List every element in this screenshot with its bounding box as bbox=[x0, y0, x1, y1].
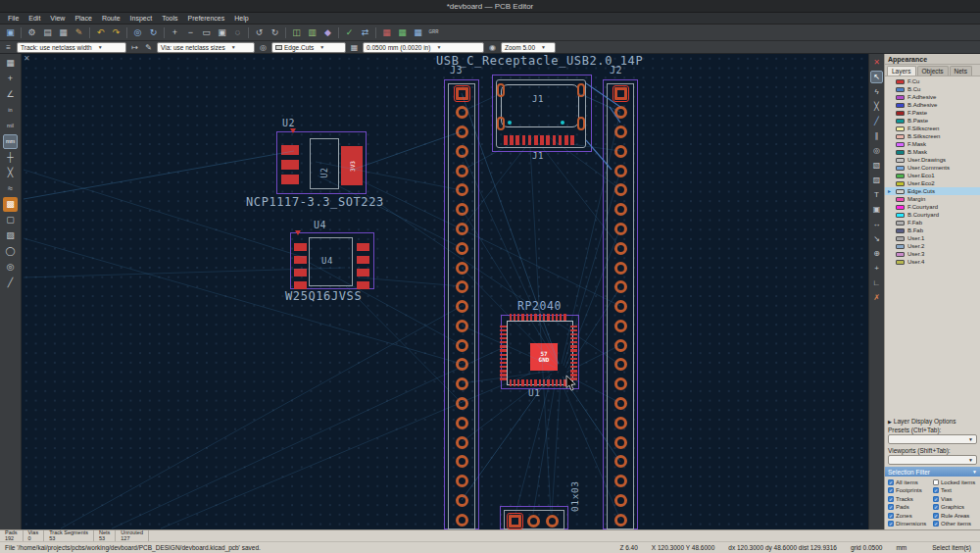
filter-pads[interactable]: ✓Pads bbox=[888, 504, 933, 512]
u1-pad-top[interactable] bbox=[552, 314, 554, 321]
j2-pad[interactable] bbox=[614, 165, 627, 177]
u1-pad-top[interactable] bbox=[547, 314, 549, 321]
u1-pad-left[interactable] bbox=[500, 374, 507, 376]
layer-row-b-courtyard[interactable]: B.Courtyard bbox=[885, 211, 980, 219]
layer-row-user-3[interactable]: User.3 bbox=[885, 250, 980, 258]
leader-icon[interactable]: ↘ bbox=[870, 232, 883, 245]
checkbox[interactable]: ✓ bbox=[933, 504, 939, 510]
layer-row-edge-cuts[interactable]: ▸Edge.Cuts bbox=[885, 187, 980, 195]
j2-pad[interactable] bbox=[614, 339, 627, 352]
u4-value-label[interactable]: W25Q16JVSS bbox=[285, 290, 362, 302]
u2-value-label[interactable]: NCP1117-3.3_SOT223 bbox=[246, 196, 384, 208]
track-width-icon[interactable]: ≡ bbox=[3, 42, 14, 53]
j1-pin-pad[interactable] bbox=[534, 135, 538, 145]
j2-pad[interactable] bbox=[614, 223, 627, 235]
layer-row-user-4[interactable]: User.4 bbox=[885, 258, 980, 266]
add-textbox-icon[interactable]: ▣ bbox=[870, 203, 883, 216]
u1-pad-top[interactable] bbox=[526, 314, 528, 321]
add-text-icon[interactable]: T bbox=[870, 188, 883, 201]
center-dimension-icon[interactable]: ⊕ bbox=[870, 247, 883, 260]
j2-pad[interactable] bbox=[614, 436, 627, 449]
layer-color-swatch[interactable] bbox=[896, 158, 905, 163]
layer-color-swatch[interactable] bbox=[896, 244, 905, 249]
u1-pad-top[interactable] bbox=[510, 314, 512, 321]
u1-pad-right[interactable] bbox=[570, 370, 577, 372]
u1-pad-right[interactable] bbox=[570, 326, 577, 327]
layer-row-user-1[interactable]: User.1 bbox=[885, 234, 980, 242]
j5-value-label[interactable]: 01x03 bbox=[570, 480, 580, 512]
checkbox[interactable]: ✓ bbox=[933, 521, 939, 527]
checkbox[interactable]: ✓ bbox=[933, 513, 939, 519]
j2-pad[interactable] bbox=[614, 377, 627, 390]
u1-pad-bottom[interactable] bbox=[556, 379, 558, 386]
j1-shield-pad[interactable] bbox=[497, 117, 505, 130]
checkbox[interactable]: ✓ bbox=[888, 479, 894, 485]
polar-coords-icon[interactable]: ∠ bbox=[3, 87, 18, 102]
j3-pad[interactable] bbox=[456, 145, 468, 158]
j3-pad[interactable] bbox=[456, 339, 468, 352]
checkbox[interactable]: ✓ bbox=[888, 513, 894, 519]
u4-ref-label[interactable]: U4 bbox=[314, 221, 326, 230]
u1-pad-right[interactable] bbox=[570, 366, 577, 368]
u1-pad-left[interactable] bbox=[500, 333, 507, 335]
j2-ref-label[interactable]: J2 bbox=[610, 66, 622, 75]
u2-pad[interactable] bbox=[281, 160, 299, 170]
zoom-icon[interactable]: ◉ bbox=[487, 42, 498, 53]
j5-pad[interactable] bbox=[546, 515, 559, 528]
j3-pad[interactable] bbox=[456, 514, 468, 527]
layer-color-swatch[interactable] bbox=[896, 252, 905, 257]
track-outline-icon[interactable]: ╱ bbox=[3, 276, 18, 290]
layer-color-swatch[interactable] bbox=[896, 197, 905, 202]
u1-pad-bottom[interactable] bbox=[552, 379, 554, 386]
add-zone-icon[interactable]: ▧ bbox=[870, 159, 883, 172]
u1-pad-bottom[interactable] bbox=[543, 379, 545, 386]
layer-color-swatch[interactable] bbox=[896, 236, 905, 241]
j3-pad[interactable] bbox=[456, 242, 468, 255]
layer-row-b-fab[interactable]: B.Fab bbox=[885, 226, 980, 234]
u1-pad-top[interactable] bbox=[539, 314, 541, 321]
u1-pad-right[interactable] bbox=[570, 377, 577, 379]
u2-pad[interactable] bbox=[281, 145, 299, 155]
refresh-icon[interactable]: ↻ bbox=[146, 25, 161, 40]
layer-row-f-paste[interactable]: F.Paste bbox=[885, 109, 980, 117]
u1-pad-left[interactable] bbox=[500, 326, 507, 327]
menu-route[interactable]: Route bbox=[97, 15, 125, 22]
u1-exposed-pad[interactable]: 57 GND bbox=[530, 343, 558, 371]
u1-pad-left[interactable] bbox=[500, 341, 507, 343]
cancel-icon[interactable]: ✕ bbox=[870, 56, 883, 69]
u2-pad[interactable] bbox=[281, 175, 299, 184]
j2-pad[interactable] bbox=[614, 300, 627, 313]
u1-pad-bottom[interactable] bbox=[547, 379, 549, 386]
zoom-out-icon[interactable]: − bbox=[183, 25, 198, 40]
u1-pad-bottom[interactable] bbox=[539, 379, 541, 386]
u4-pad-right[interactable] bbox=[357, 243, 369, 251]
j3-pad[interactable] bbox=[456, 165, 468, 177]
layer-color-swatch[interactable] bbox=[896, 221, 905, 226]
j2-pad[interactable] bbox=[614, 397, 627, 410]
layer-row-f-mask[interactable]: F.Mask bbox=[885, 140, 980, 148]
j3-pad[interactable] bbox=[456, 494, 468, 507]
u4-pad-left[interactable] bbox=[294, 243, 307, 251]
layer-row-f-fab[interactable]: F.Fab bbox=[885, 219, 980, 226]
rotate-ccw-icon[interactable]: ↺ bbox=[252, 25, 267, 40]
grid-origin-icon[interactable]: + bbox=[3, 72, 18, 86]
menu-tools[interactable]: Tools bbox=[157, 15, 182, 22]
u1-pad-left[interactable] bbox=[500, 377, 507, 379]
j2-pad[interactable] bbox=[614, 262, 627, 275]
checkbox[interactable]: ✓ bbox=[888, 521, 894, 527]
tab-objects[interactable]: Objects bbox=[917, 66, 949, 75]
j1-pin-pad[interactable] bbox=[553, 135, 557, 145]
set-origin-icon[interactable]: + bbox=[870, 262, 883, 275]
zoom-in-icon[interactable]: + bbox=[168, 25, 182, 40]
layer-color-swatch[interactable] bbox=[896, 166, 905, 171]
u1-pad-left[interactable] bbox=[500, 345, 507, 347]
filter-graphics[interactable]: ✓Graphics bbox=[933, 504, 978, 512]
layer-row-user-eco1[interactable]: User.Eco1 bbox=[885, 172, 980, 179]
layer-row-b-paste[interactable]: B.Paste bbox=[885, 117, 980, 125]
layer-row-f-adhesive[interactable]: F.Adhesive bbox=[885, 93, 980, 101]
layer-color-swatch[interactable] bbox=[896, 95, 905, 100]
u2-tab-pad[interactable]: 3V3 bbox=[341, 146, 363, 185]
u1-pad-bottom[interactable] bbox=[510, 379, 512, 386]
j1-pin-pad[interactable] bbox=[522, 135, 526, 145]
menu-place[interactable]: Place bbox=[70, 15, 97, 22]
